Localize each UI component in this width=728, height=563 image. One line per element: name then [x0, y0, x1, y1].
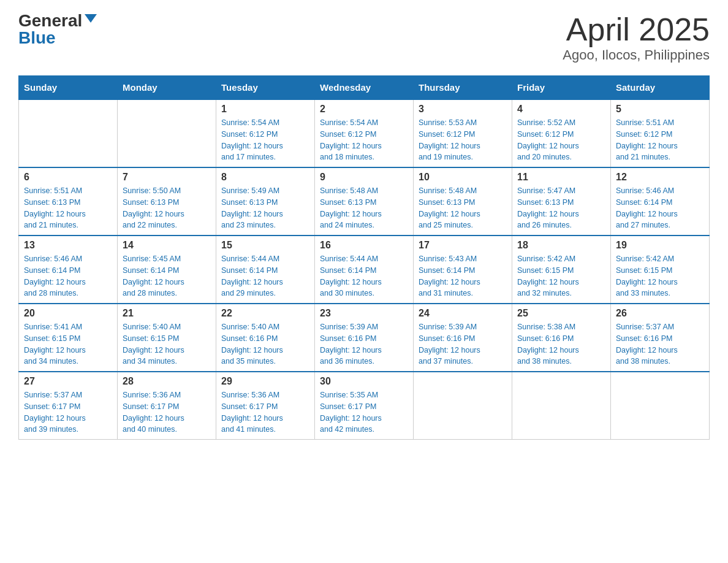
- day-of-week-header: Tuesday: [216, 76, 315, 100]
- day-info: Sunrise: 5:51 AM Sunset: 6:13 PM Dayligh…: [24, 185, 112, 231]
- day-info: Sunrise: 5:42 AM Sunset: 6:15 PM Dayligh…: [517, 253, 605, 299]
- day-of-week-header: Sunday: [19, 76, 118, 100]
- logo: General Blue: [18, 12, 97, 47]
- calendar-day-cell: 23Sunrise: 5:39 AM Sunset: 6:16 PM Dayli…: [315, 304, 414, 372]
- day-info: Sunrise: 5:37 AM Sunset: 6:17 PM Dayligh…: [24, 389, 112, 435]
- day-number: 27: [24, 376, 112, 387]
- day-number: 9: [320, 172, 408, 183]
- calendar-week-row: 20Sunrise: 5:41 AM Sunset: 6:15 PM Dayli…: [19, 304, 710, 372]
- calendar-day-cell: 21Sunrise: 5:40 AM Sunset: 6:15 PM Dayli…: [118, 304, 216, 372]
- calendar-day-cell: 7Sunrise: 5:50 AM Sunset: 6:13 PM Daylig…: [118, 167, 216, 236]
- day-info: Sunrise: 5:43 AM Sunset: 6:14 PM Dayligh…: [419, 253, 507, 299]
- day-info: Sunrise: 5:44 AM Sunset: 6:14 PM Dayligh…: [221, 253, 309, 299]
- day-number: 2: [320, 104, 408, 115]
- day-number: 20: [24, 308, 112, 319]
- day-info: Sunrise: 5:47 AM Sunset: 6:13 PM Dayligh…: [517, 185, 605, 231]
- day-info: Sunrise: 5:46 AM Sunset: 6:14 PM Dayligh…: [616, 185, 704, 231]
- calendar-day-cell: 13Sunrise: 5:46 AM Sunset: 6:14 PM Dayli…: [19, 236, 118, 304]
- calendar-week-row: 13Sunrise: 5:46 AM Sunset: 6:14 PM Dayli…: [19, 236, 710, 304]
- calendar-body: 1Sunrise: 5:54 AM Sunset: 6:12 PM Daylig…: [19, 99, 710, 440]
- day-number: 6: [24, 172, 112, 183]
- day-info: Sunrise: 5:40 AM Sunset: 6:16 PM Dayligh…: [221, 321, 309, 367]
- day-number: 17: [419, 240, 507, 251]
- day-number: 7: [123, 172, 211, 183]
- day-info: Sunrise: 5:54 AM Sunset: 6:12 PM Dayligh…: [221, 117, 309, 163]
- day-number: 23: [320, 308, 408, 319]
- calendar-day-cell: 18Sunrise: 5:42 AM Sunset: 6:15 PM Dayli…: [512, 236, 611, 304]
- day-info: Sunrise: 5:38 AM Sunset: 6:16 PM Dayligh…: [517, 321, 605, 367]
- day-number: 25: [517, 308, 605, 319]
- calendar-day-cell: 3Sunrise: 5:53 AM Sunset: 6:12 PM Daylig…: [414, 99, 512, 167]
- day-info: Sunrise: 5:36 AM Sunset: 6:17 PM Dayligh…: [123, 389, 211, 435]
- calendar-day-cell: 9Sunrise: 5:48 AM Sunset: 6:13 PM Daylig…: [315, 167, 414, 236]
- day-info: Sunrise: 5:53 AM Sunset: 6:12 PM Dayligh…: [419, 117, 507, 163]
- day-info: Sunrise: 5:48 AM Sunset: 6:13 PM Dayligh…: [320, 185, 408, 231]
- calendar-day-cell: 30Sunrise: 5:35 AM Sunset: 6:17 PM Dayli…: [315, 372, 414, 440]
- calendar-day-cell: 29Sunrise: 5:36 AM Sunset: 6:17 PM Dayli…: [216, 372, 315, 440]
- day-info: Sunrise: 5:50 AM Sunset: 6:13 PM Dayligh…: [123, 185, 211, 231]
- calendar-header: SundayMondayTuesdayWednesdayThursdayFrid…: [19, 76, 710, 100]
- calendar-title: April 2025: [563, 12, 710, 47]
- calendar-day-cell: 26Sunrise: 5:37 AM Sunset: 6:16 PM Dayli…: [611, 304, 710, 372]
- calendar-day-cell: 11Sunrise: 5:47 AM Sunset: 6:13 PM Dayli…: [512, 167, 611, 236]
- calendar-week-row: 6Sunrise: 5:51 AM Sunset: 6:13 PM Daylig…: [19, 167, 710, 236]
- day-number: 19: [616, 240, 704, 251]
- calendar-day-cell: 25Sunrise: 5:38 AM Sunset: 6:16 PM Dayli…: [512, 304, 611, 372]
- calendar-day-cell: 2Sunrise: 5:54 AM Sunset: 6:12 PM Daylig…: [315, 99, 414, 167]
- logo-triangle-icon: [85, 14, 97, 23]
- day-number: 4: [517, 104, 605, 115]
- calendar-day-cell: [414, 372, 512, 440]
- day-info: Sunrise: 5:52 AM Sunset: 6:12 PM Dayligh…: [517, 117, 605, 163]
- day-info: Sunrise: 5:40 AM Sunset: 6:15 PM Dayligh…: [123, 321, 211, 367]
- calendar-day-cell: [512, 372, 611, 440]
- day-number: 30: [320, 376, 408, 387]
- day-number: 15: [221, 240, 309, 251]
- title-block: April 2025 Agoo, Ilocos, Philippines: [563, 12, 710, 63]
- calendar-week-row: 27Sunrise: 5:37 AM Sunset: 6:17 PM Dayli…: [19, 372, 710, 440]
- day-info: Sunrise: 5:39 AM Sunset: 6:16 PM Dayligh…: [419, 321, 507, 367]
- day-info: Sunrise: 5:41 AM Sunset: 6:15 PM Dayligh…: [24, 321, 112, 367]
- day-info: Sunrise: 5:35 AM Sunset: 6:17 PM Dayligh…: [320, 389, 408, 435]
- calendar-day-cell: 10Sunrise: 5:48 AM Sunset: 6:13 PM Dayli…: [414, 167, 512, 236]
- day-number: 28: [123, 376, 211, 387]
- calendar-day-cell: 19Sunrise: 5:42 AM Sunset: 6:15 PM Dayli…: [611, 236, 710, 304]
- day-info: Sunrise: 5:51 AM Sunset: 6:12 PM Dayligh…: [616, 117, 704, 163]
- calendar-day-cell: 12Sunrise: 5:46 AM Sunset: 6:14 PM Dayli…: [611, 167, 710, 236]
- calendar-day-cell: 14Sunrise: 5:45 AM Sunset: 6:14 PM Dayli…: [118, 236, 216, 304]
- day-number: 12: [616, 172, 704, 183]
- day-number: 14: [123, 240, 211, 251]
- calendar-day-cell: 20Sunrise: 5:41 AM Sunset: 6:15 PM Dayli…: [19, 304, 118, 372]
- calendar-day-cell: 15Sunrise: 5:44 AM Sunset: 6:14 PM Dayli…: [216, 236, 315, 304]
- day-number: 10: [419, 172, 507, 183]
- days-of-week-row: SundayMondayTuesdayWednesdayThursdayFrid…: [19, 76, 710, 100]
- day-number: 5: [616, 104, 704, 115]
- day-info: Sunrise: 5:37 AM Sunset: 6:16 PM Dayligh…: [616, 321, 704, 367]
- calendar-table: SundayMondayTuesdayWednesdayThursdayFrid…: [18, 75, 710, 440]
- calendar-day-cell: [19, 99, 118, 167]
- day-number: 1: [221, 104, 309, 115]
- day-number: 16: [320, 240, 408, 251]
- day-info: Sunrise: 5:49 AM Sunset: 6:13 PM Dayligh…: [221, 185, 309, 231]
- calendar-subtitle: Agoo, Ilocos, Philippines: [563, 47, 710, 63]
- day-number: 24: [419, 308, 507, 319]
- page-header: General Blue April 2025 Agoo, Ilocos, Ph…: [18, 12, 710, 63]
- calendar-day-cell: 5Sunrise: 5:51 AM Sunset: 6:12 PM Daylig…: [611, 99, 710, 167]
- day-info: Sunrise: 5:54 AM Sunset: 6:12 PM Dayligh…: [320, 117, 408, 163]
- day-number: 29: [221, 376, 309, 387]
- calendar-week-row: 1Sunrise: 5:54 AM Sunset: 6:12 PM Daylig…: [19, 99, 710, 167]
- day-number: 22: [221, 308, 309, 319]
- calendar-day-cell: 8Sunrise: 5:49 AM Sunset: 6:13 PM Daylig…: [216, 167, 315, 236]
- calendar-day-cell: 4Sunrise: 5:52 AM Sunset: 6:12 PM Daylig…: [512, 99, 611, 167]
- day-info: Sunrise: 5:36 AM Sunset: 6:17 PM Dayligh…: [221, 389, 309, 435]
- day-number: 8: [221, 172, 309, 183]
- day-number: 18: [517, 240, 605, 251]
- day-info: Sunrise: 5:42 AM Sunset: 6:15 PM Dayligh…: [616, 253, 704, 299]
- calendar-day-cell: [118, 99, 216, 167]
- day-number: 21: [123, 308, 211, 319]
- day-info: Sunrise: 5:44 AM Sunset: 6:14 PM Dayligh…: [320, 253, 408, 299]
- day-of-week-header: Saturday: [611, 76, 710, 100]
- calendar-day-cell: 6Sunrise: 5:51 AM Sunset: 6:13 PM Daylig…: [19, 167, 118, 236]
- day-info: Sunrise: 5:46 AM Sunset: 6:14 PM Dayligh…: [24, 253, 112, 299]
- logo-general: General: [18, 12, 82, 29]
- calendar-day-cell: 1Sunrise: 5:54 AM Sunset: 6:12 PM Daylig…: [216, 99, 315, 167]
